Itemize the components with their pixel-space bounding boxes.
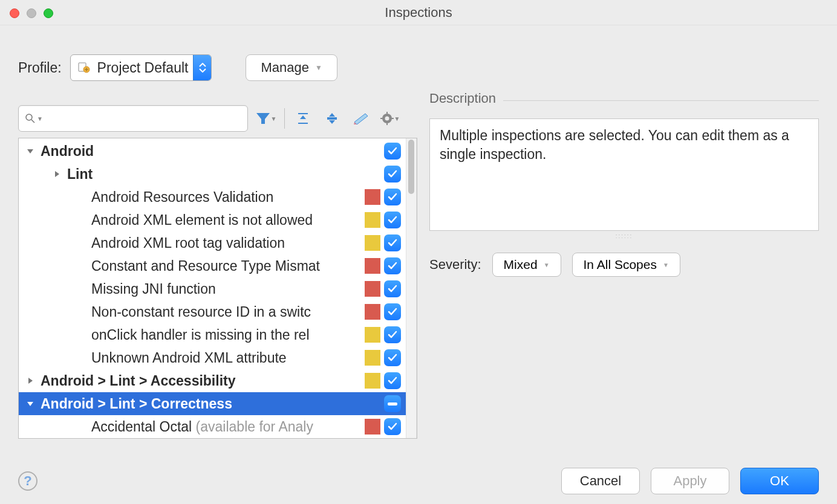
svg-rect-10 <box>386 112 388 114</box>
divider <box>503 100 819 101</box>
tree-row[interactable]: Android <box>19 140 406 163</box>
severity-swatch <box>365 281 380 297</box>
checkbox[interactable] <box>384 395 401 412</box>
tree-row[interactable]: onClick handler is missing in the rel <box>19 323 406 346</box>
severity-select[interactable]: Mixed ▼ <box>492 253 561 277</box>
disclosure-icon[interactable] <box>76 352 86 363</box>
disclosure-icon[interactable] <box>25 146 36 157</box>
tree-toolbar: ▼ ▼ ▼ <box>18 105 417 132</box>
tree-item-label: Constant and Resource Type Mismat <box>91 258 365 274</box>
profile-value: Project Default <box>93 60 194 76</box>
toolbar-separator <box>284 108 285 129</box>
description-label: Description <box>429 91 496 106</box>
checkbox[interactable] <box>384 166 401 183</box>
checkbox[interactable] <box>384 143 401 160</box>
tree-item-label: Android <box>41 143 384 160</box>
description-text: Multiple inspections are selected. You c… <box>429 118 819 231</box>
tree-row[interactable]: Android > Lint > Accessibility <box>19 369 406 392</box>
search-input[interactable] <box>47 112 241 126</box>
scrollbar[interactable] <box>406 138 417 438</box>
disclosure-icon[interactable] <box>76 283 86 294</box>
tree-row[interactable]: Accidental Octal (available for Analy <box>19 415 406 438</box>
profile-select[interactable]: Project Default <box>70 54 212 81</box>
checkbox[interactable] <box>384 303 401 320</box>
severity-swatch <box>365 350 380 366</box>
scrollbar-thumb[interactable] <box>408 140 414 194</box>
checkbox[interactable] <box>384 326 401 343</box>
tree-row[interactable]: Lint <box>19 163 406 186</box>
severity-swatch <box>365 419 380 435</box>
checkbox[interactable] <box>384 280 401 297</box>
search-input-wrap[interactable]: ▼ <box>18 105 248 132</box>
disclosure-icon[interactable] <box>76 237 86 248</box>
checkbox[interactable] <box>384 349 401 366</box>
tree-row[interactable]: Android XML element is not allowed <box>19 208 406 231</box>
checkbox[interactable] <box>384 257 401 274</box>
ok-button[interactable]: OK <box>740 468 819 494</box>
svg-point-2 <box>26 114 32 120</box>
window-title: Inspections <box>0 5 837 21</box>
tree-row[interactable]: Android Resources Validation <box>19 186 406 208</box>
chevron-down-icon: ▼ <box>544 262 550 268</box>
search-icon <box>25 113 36 124</box>
severity-swatch <box>365 212 380 228</box>
tree-item-label: Unknown Android XML attribute <box>91 350 365 366</box>
severity-swatch <box>365 304 380 320</box>
disclosure-icon[interactable] <box>76 421 86 432</box>
checkbox[interactable] <box>384 372 401 389</box>
resize-handle[interactable]: :::::: <box>429 231 819 241</box>
filter-icon[interactable]: ▼ <box>255 108 277 129</box>
severity-label: Severity: <box>429 257 481 273</box>
disclosure-icon[interactable] <box>76 306 86 317</box>
svg-point-9 <box>385 117 389 121</box>
severity-swatch <box>365 235 380 251</box>
tree-item-label: Android Resources Validation <box>91 189 365 205</box>
tree-row[interactable]: Android > Lint > Correctness <box>19 392 406 415</box>
svg-rect-12 <box>380 118 383 119</box>
profile-stepper-icon[interactable] <box>193 55 211 80</box>
severity-swatch <box>365 373 380 389</box>
tree-item-label: Android XML element is not allowed <box>91 212 365 228</box>
disclosure-icon[interactable] <box>76 329 86 340</box>
severity-value: Mixed <box>504 257 538 272</box>
manage-button[interactable]: Manage ▼ <box>246 54 337 81</box>
help-icon: ? <box>24 473 31 489</box>
disclosure-icon[interactable] <box>25 375 36 386</box>
tree-row[interactable]: Android XML root tag validation <box>19 231 406 254</box>
manage-label: Manage <box>261 60 309 76</box>
expand-all-icon[interactable] <box>292 108 314 129</box>
checkbox[interactable] <box>384 418 401 435</box>
inspection-tree: AndroidLintAndroid Resources ValidationA… <box>18 138 417 439</box>
profile-icon <box>76 60 93 75</box>
checkbox[interactable] <box>384 189 401 205</box>
tree-row[interactable]: Missing JNI function <box>19 277 406 300</box>
reset-icon[interactable] <box>350 108 372 129</box>
disclosure-icon[interactable] <box>25 398 36 409</box>
cancel-button[interactable]: Cancel <box>561 468 640 494</box>
disclosure-icon[interactable] <box>51 169 62 179</box>
profile-label: Profile: <box>18 60 62 76</box>
chevron-down-icon: ▼ <box>663 262 669 268</box>
tree-item-label: Missing JNI function <box>91 281 365 297</box>
chevron-down-icon: ▼ <box>315 63 322 72</box>
help-button[interactable]: ? <box>18 471 37 491</box>
disclosure-icon[interactable] <box>76 215 86 225</box>
tree-row[interactable]: Unknown Android XML attribute <box>19 346 406 369</box>
severity-swatch <box>365 327 380 343</box>
collapse-all-icon[interactable] <box>321 108 343 129</box>
tree-item-label: Android > Lint > Accessibility <box>41 373 365 389</box>
checkbox[interactable] <box>384 212 401 228</box>
gear-icon[interactable]: ▼ <box>379 108 401 129</box>
tree-item-label: Accidental Octal (available for Analy <box>91 419 365 435</box>
search-history-chevron-icon[interactable]: ▼ <box>37 115 43 122</box>
tree-row[interactable]: Constant and Resource Type Mismat <box>19 254 406 277</box>
svg-line-3 <box>31 120 34 123</box>
svg-rect-11 <box>386 123 388 125</box>
disclosure-icon[interactable] <box>76 260 86 271</box>
scope-select[interactable]: In All Scopes ▼ <box>572 253 680 277</box>
tree-row[interactable]: Non-constant resource ID in a switc <box>19 300 406 323</box>
checkbox[interactable] <box>384 234 401 251</box>
disclosure-icon[interactable] <box>76 192 86 202</box>
apply-button[interactable]: Apply <box>651 468 729 494</box>
severity-swatch <box>365 258 380 274</box>
